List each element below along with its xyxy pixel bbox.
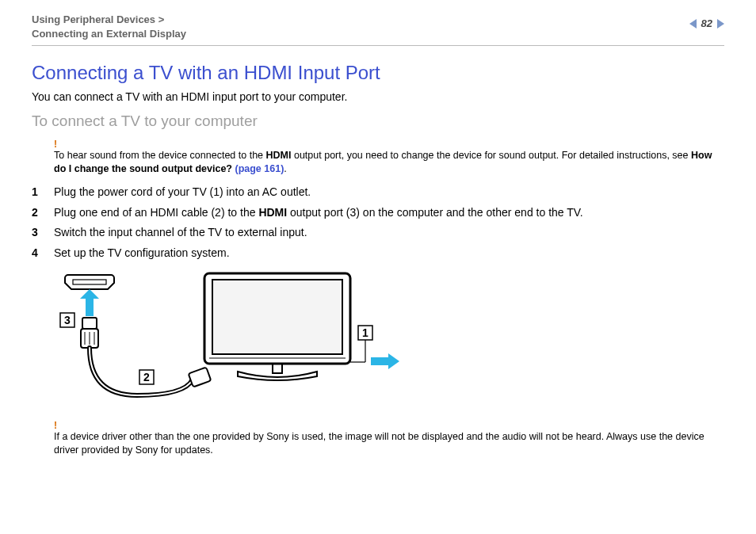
label-2: 2 (139, 370, 154, 384)
note-hdmi: HDMI (266, 150, 292, 161)
step-number: 4 (32, 245, 43, 262)
step-4: 4 Set up the TV configuration system. (32, 245, 724, 262)
svg-rect-15 (212, 280, 342, 354)
note-device-driver: ! If a device driver other than the one … (54, 419, 724, 457)
svg-marker-22 (388, 353, 399, 369)
step-number: 3 (32, 224, 43, 242)
hdmi-port-icon (65, 275, 114, 289)
label-1: 1 (358, 326, 372, 340)
note-tail: . (284, 163, 286, 174)
prev-page-icon[interactable] (689, 19, 697, 29)
step-text: Switch the input channel of the TV to ex… (54, 224, 307, 242)
svg-rect-5 (82, 318, 97, 329)
breadcrumb-line2: Connecting an External Display (32, 28, 186, 40)
step-text: Plug the power cord of your TV (1) into … (54, 184, 311, 201)
steps-list: 1 Plug the power cord of your TV (1) int… (32, 184, 724, 262)
note-page-link[interactable]: (page 161) (235, 163, 284, 174)
hdmi-connector-icon (81, 318, 98, 348)
note-text: If a device driver other than the one pr… (54, 431, 704, 456)
step-text: Set up the TV configuration system. (54, 245, 230, 262)
page-title: Connecting a TV with an HDMI Input Port (32, 62, 724, 84)
svg-text:3: 3 (64, 314, 71, 326)
svg-rect-10 (189, 367, 212, 387)
breadcrumb-line1: Using Peripheral Devices > (32, 13, 164, 25)
step-1: 1 Plug the power cord of your TV (1) int… (32, 184, 724, 201)
intro-text: You can connect a TV with an HDMI input … (32, 90, 724, 103)
step-text: Plug one end of an HDMI cable (2) to the… (54, 204, 583, 222)
svg-text:1: 1 (362, 326, 368, 339)
page-nav: 82 (689, 17, 724, 29)
page-header: Using Peripheral Devices > Connecting an… (32, 13, 724, 46)
tv-icon (204, 273, 350, 380)
step-number: 2 (32, 204, 43, 222)
step-text-pre: Plug one end of an HDMI cable (2) to the (54, 206, 258, 219)
arrow-to-outlet-icon (371, 353, 399, 369)
section-subtitle: To connect a TV to your computer (32, 113, 724, 130)
note-text-pre: To hear sound from the device connected … (54, 150, 266, 161)
label-3: 3 (60, 313, 74, 327)
step-text-post: output port (3) on the computer and the … (287, 206, 583, 219)
diagram-svg: 3 2 (54, 269, 403, 411)
step-3: 3 Switch the input channel of the TV to … (32, 224, 724, 242)
note-sound-output: ! To hear sound from the device connecte… (54, 138, 724, 176)
next-page-icon[interactable] (717, 19, 724, 29)
arrow-into-port-icon (80, 289, 99, 316)
svg-text:2: 2 (143, 371, 150, 383)
page-number: 82 (701, 17, 712, 29)
breadcrumb: Using Peripheral Devices > Connecting an… (32, 13, 186, 40)
svg-rect-1 (86, 299, 94, 316)
step-text-strong: HDMI (258, 206, 287, 219)
page: Using Peripheral Devices > Connecting an… (0, 0, 756, 534)
warning-icon: ! (54, 138, 724, 151)
connection-diagram: 3 2 (54, 269, 724, 414)
svg-marker-2 (80, 289, 99, 299)
warning-icon: ! (54, 419, 724, 432)
svg-rect-21 (371, 357, 388, 365)
note-text-mid: output port, you need to change the devi… (291, 150, 691, 161)
step-2: 2 Plug one end of an HDMI cable (2) to t… (32, 204, 724, 222)
step-number: 1 (32, 184, 43, 201)
